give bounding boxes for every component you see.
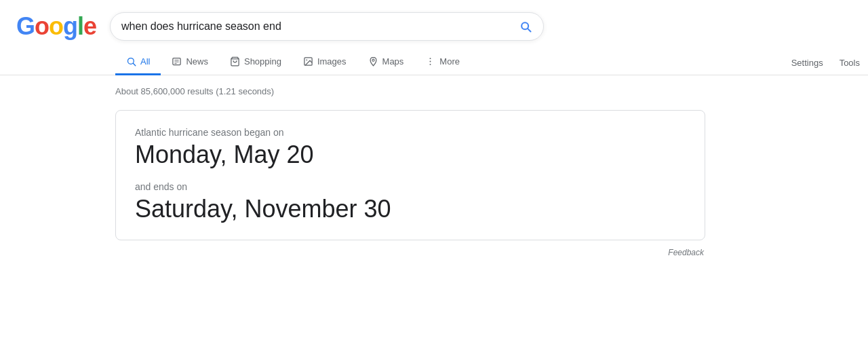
search-button[interactable]: [519, 20, 532, 33]
card-main-date-2: Saturday, November 30: [135, 195, 686, 223]
images-icon: [303, 56, 313, 67]
tab-shopping-label: Shopping: [244, 56, 281, 67]
shopping-icon: [230, 56, 240, 67]
google-logo[interactable]: Google: [16, 12, 96, 41]
feedback-link[interactable]: Feedback: [668, 248, 704, 257]
results-area: About 85,600,000 results (1.21 seconds) …: [0, 75, 868, 258]
tab-maps[interactable]: Maps: [357, 50, 415, 75]
nav-tabs: All News Shopping: [0, 41, 868, 75]
header: Google: [0, 0, 868, 41]
tab-images[interactable]: Images: [292, 50, 357, 75]
tools-link[interactable]: Tools: [831, 51, 868, 75]
tab-all[interactable]: All: [115, 50, 161, 75]
svg-point-10: [430, 58, 431, 59]
svg-point-9: [372, 59, 374, 61]
more-icon: [425, 56, 435, 67]
tab-news-label: News: [186, 56, 208, 67]
tab-all-label: All: [140, 56, 150, 67]
svg-line-1: [133, 63, 135, 65]
search-input[interactable]: [121, 20, 519, 33]
card-sub-label-2: and ends on: [135, 181, 686, 192]
knowledge-card: Atlantic hurricane season began on Monda…: [115, 110, 705, 240]
tab-news[interactable]: News: [161, 50, 219, 75]
card-sub-label-1: Atlantic hurricane season began on: [135, 127, 686, 138]
news-icon: [172, 56, 182, 67]
all-icon: [126, 56, 136, 67]
tab-more[interactable]: More: [414, 50, 471, 75]
tab-maps-label: Maps: [382, 56, 404, 67]
svg-point-11: [430, 61, 431, 62]
feedback-row: Feedback: [115, 246, 705, 258]
tab-images-label: Images: [317, 56, 347, 67]
maps-icon: [368, 56, 378, 67]
svg-point-12: [430, 64, 431, 65]
search-bar: [110, 12, 544, 41]
results-stats: About 85,600,000 results (1.21 seconds): [115, 86, 868, 96]
card-main-date-1: Monday, May 20: [135, 141, 686, 169]
svg-point-8: [306, 59, 307, 60]
tab-more-label: More: [439, 56, 460, 67]
search-icon: [519, 20, 532, 33]
tab-shopping[interactable]: Shopping: [219, 50, 292, 75]
search-bar-wrapper: [110, 12, 544, 41]
settings-link[interactable]: Settings: [783, 51, 831, 75]
